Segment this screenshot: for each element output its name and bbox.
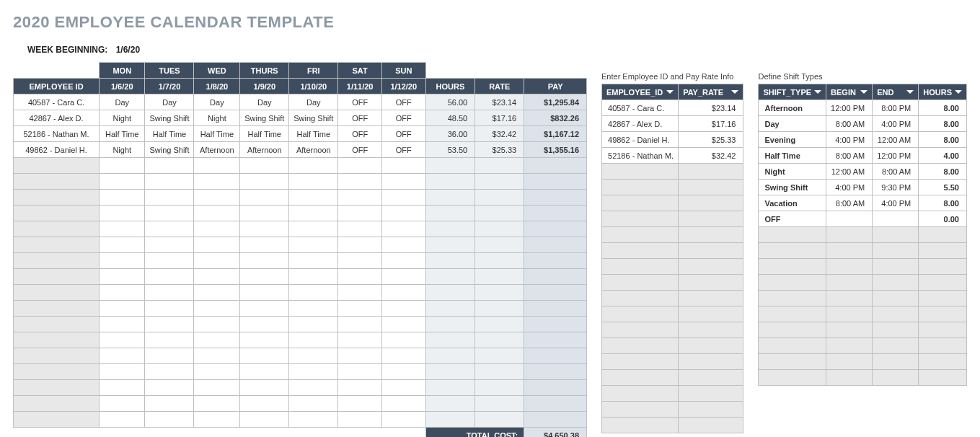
ref-rate-cell[interactable]: $23.14 bbox=[679, 100, 743, 116]
ref-rate-cell-empty[interactable] bbox=[679, 164, 743, 180]
shift-end-cell[interactable]: 12:00 PM bbox=[873, 148, 919, 164]
shift-cell-empty[interactable] bbox=[240, 396, 289, 412]
shift-begin-cell[interactable]: 8:00 AM bbox=[826, 148, 873, 164]
employee-cell[interactable]: 49862 - Daniel H. bbox=[14, 142, 100, 158]
shift-cell-empty[interactable] bbox=[240, 158, 289, 174]
shift-cell-empty[interactable] bbox=[100, 206, 145, 221]
shift-cell-empty[interactable] bbox=[100, 190, 145, 206]
shift-end-cell-empty[interactable] bbox=[873, 227, 919, 243]
shift-cell-empty[interactable] bbox=[194, 364, 240, 380]
ref-employee-cell-empty[interactable] bbox=[602, 402, 679, 418]
shift-cell-empty[interactable] bbox=[194, 301, 240, 317]
shift-cell-empty[interactable] bbox=[338, 269, 382, 285]
shift-cell-empty[interactable] bbox=[194, 174, 240, 190]
ref-rate-cell[interactable]: $17.16 bbox=[679, 116, 743, 132]
shift-cell-empty[interactable] bbox=[194, 412, 240, 428]
header-shift-begin[interactable]: BEGIN bbox=[826, 84, 873, 100]
shift-cell-empty[interactable] bbox=[338, 317, 382, 332]
shift-cell[interactable]: Day bbox=[145, 94, 194, 110]
shift-cell-empty[interactable] bbox=[289, 174, 338, 190]
shift-type-cell-empty[interactable] bbox=[759, 227, 826, 243]
shift-cell-empty[interactable] bbox=[240, 221, 289, 237]
shift-cell-empty[interactable] bbox=[240, 301, 289, 317]
shift-begin-cell[interactable]: 8:00 AM bbox=[826, 116, 873, 132]
ref-rate-cell-empty[interactable] bbox=[679, 195, 743, 211]
employee-cell-empty[interactable] bbox=[14, 174, 100, 190]
shift-cell[interactable]: Night bbox=[194, 110, 240, 126]
shift-type-cell-empty[interactable] bbox=[759, 354, 826, 370]
shift-cell[interactable]: OFF bbox=[338, 110, 382, 126]
shift-begin-cell[interactable]: 12:00 PM bbox=[826, 100, 873, 116]
shift-cell-empty[interactable] bbox=[194, 237, 240, 253]
shift-cell-empty[interactable] bbox=[240, 317, 289, 332]
shift-cell-empty[interactable] bbox=[240, 269, 289, 285]
shift-cell-empty[interactable] bbox=[338, 285, 382, 301]
shift-cell-empty[interactable] bbox=[240, 253, 289, 269]
shift-cell-empty[interactable] bbox=[289, 285, 338, 301]
ref-employee-cell[interactable]: 42867 - Alex D. bbox=[602, 116, 679, 132]
ref-employee-cell-empty[interactable] bbox=[602, 306, 679, 322]
employee-cell-empty[interactable] bbox=[14, 206, 100, 221]
shift-cell-empty[interactable] bbox=[194, 206, 240, 221]
shift-cell-empty[interactable] bbox=[338, 237, 382, 253]
shift-cell[interactable]: Swing Shift bbox=[145, 142, 194, 158]
shift-cell[interactable]: Swing Shift bbox=[240, 110, 289, 126]
employee-cell-empty[interactable] bbox=[14, 348, 100, 364]
shift-cell[interactable]: Afternoon bbox=[240, 142, 289, 158]
shift-cell[interactable]: Half Time bbox=[240, 126, 289, 142]
shift-cell-empty[interactable] bbox=[240, 237, 289, 253]
shift-begin-cell-empty[interactable] bbox=[826, 291, 873, 306]
header-ref-pay-rate[interactable]: PAY_RATE bbox=[679, 84, 743, 100]
shift-cell-empty[interactable] bbox=[381, 158, 425, 174]
shift-cell-empty[interactable] bbox=[289, 348, 338, 364]
shift-cell-empty[interactable] bbox=[240, 380, 289, 396]
shift-cell-empty[interactable] bbox=[338, 348, 382, 364]
ref-employee-cell-empty[interactable] bbox=[602, 354, 679, 370]
shift-type-cell[interactable]: OFF bbox=[759, 211, 826, 227]
ref-rate-cell-empty[interactable] bbox=[679, 211, 743, 227]
shift-type-cell[interactable]: Evening bbox=[759, 132, 826, 148]
ref-employee-cell-empty[interactable] bbox=[602, 243, 679, 259]
shift-type-cell-empty[interactable] bbox=[759, 338, 826, 354]
shift-cell-empty[interactable] bbox=[289, 317, 338, 332]
ref-rate-cell[interactable]: $32.42 bbox=[679, 148, 743, 164]
shift-begin-cell[interactable]: 8:00 AM bbox=[826, 195, 873, 211]
shift-cell-empty[interactable] bbox=[289, 332, 338, 348]
shift-cell[interactable]: Day bbox=[289, 94, 338, 110]
shift-cell-empty[interactable] bbox=[381, 285, 425, 301]
shift-cell-empty[interactable] bbox=[240, 332, 289, 348]
shift-cell[interactable]: Half Time bbox=[289, 126, 338, 142]
shift-cell-empty[interactable] bbox=[381, 206, 425, 221]
shift-begin-cell-empty[interactable] bbox=[826, 354, 873, 370]
ref-rate-cell-empty[interactable] bbox=[679, 306, 743, 322]
employee-cell-empty[interactable] bbox=[14, 301, 100, 317]
shift-type-cell-empty[interactable] bbox=[759, 243, 826, 259]
employee-cell[interactable]: 40587 - Cara C. bbox=[14, 94, 100, 110]
shift-hours-cell-empty[interactable] bbox=[919, 354, 967, 370]
shift-hours-cell-empty[interactable] bbox=[919, 275, 967, 291]
employee-cell[interactable]: 52186 - Nathan M. bbox=[14, 126, 100, 142]
shift-cell-empty[interactable] bbox=[289, 158, 338, 174]
employee-cell-empty[interactable] bbox=[14, 332, 100, 348]
shift-cell[interactable]: Day bbox=[100, 94, 145, 110]
ref-rate-cell-empty[interactable] bbox=[679, 259, 743, 275]
shift-cell-empty[interactable] bbox=[381, 396, 425, 412]
ref-employee-cell-empty[interactable] bbox=[602, 418, 679, 433]
shift-cell-empty[interactable] bbox=[194, 190, 240, 206]
ref-employee-cell-empty[interactable] bbox=[602, 291, 679, 306]
shift-begin-cell-empty[interactable] bbox=[826, 306, 873, 322]
shift-hours-cell[interactable]: 0.00 bbox=[919, 211, 967, 227]
shift-cell[interactable]: Half Time bbox=[100, 126, 145, 142]
ref-rate-cell-empty[interactable] bbox=[679, 243, 743, 259]
shift-hours-cell[interactable]: 5.50 bbox=[919, 180, 967, 195]
shift-cell[interactable]: OFF bbox=[381, 94, 425, 110]
shift-cell-empty[interactable] bbox=[100, 269, 145, 285]
shift-end-cell[interactable]: 8:00 AM bbox=[873, 164, 919, 180]
shift-cell-empty[interactable] bbox=[100, 221, 145, 237]
shift-cell[interactable]: OFF bbox=[338, 142, 382, 158]
shift-cell-empty[interactable] bbox=[381, 253, 425, 269]
shift-cell-empty[interactable] bbox=[145, 253, 194, 269]
shift-cell-empty[interactable] bbox=[240, 412, 289, 428]
shift-end-cell-empty[interactable] bbox=[873, 291, 919, 306]
filter-dropdown-icon[interactable] bbox=[906, 89, 914, 96]
